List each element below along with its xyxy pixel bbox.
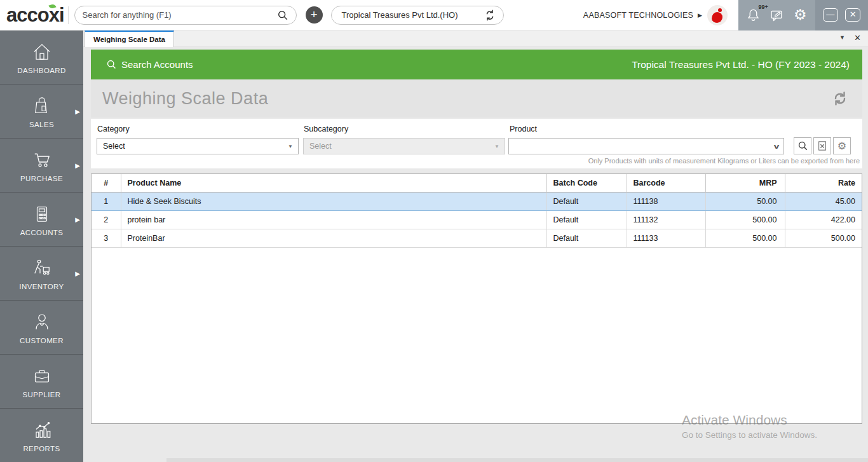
global-search-input[interactable]: [83, 10, 277, 20]
notifications-button[interactable]: 99+: [745, 7, 762, 24]
icon-tray: 99+ ⚙: [738, 0, 815, 31]
company-selector-label: Tropical Treasures Pvt Ltd.(HO): [342, 10, 484, 20]
sidebar-item-customer[interactable]: CUSTOMER: [0, 301, 83, 355]
footer-bar: Powered by Accoxi - 2.0.13 © 2018-2024 F…: [166, 458, 868, 462]
table-body: 1 Hide & Seek Biscuits Default 111138 50…: [92, 193, 862, 248]
sidebar-item-accounts[interactable]: ACCOUNTS ▶: [0, 193, 83, 247]
sidebar-item-reports[interactable]: REPORTS: [0, 409, 83, 462]
bar-chart-icon: [29, 419, 55, 442]
active-company-info: Tropical Treasures Pvt Ltd. - HO (FY 202…: [632, 59, 850, 71]
page-title-bar: Weighing Scale Data: [91, 79, 862, 118]
switch-company-icon[interactable]: [484, 10, 496, 21]
sidebar-item-label: SUPPLIER: [22, 391, 60, 398]
table-row[interactable]: 3 ProteinBar Default 111133 500.00 500.0…: [92, 229, 862, 248]
product-search-button[interactable]: [794, 137, 811, 154]
cell-batch-code: Default: [546, 193, 627, 211]
category-select[interactable]: Select ▼: [97, 138, 299, 154]
excel-export-button[interactable]: [813, 137, 831, 154]
cell-barcode: 111138: [627, 193, 705, 211]
module-header-bar: Search Accounts Tropical Treasures Pvt L…: [91, 50, 862, 79]
col-header-product-name[interactable]: Product Name: [121, 174, 546, 193]
cell-mrp: 500.00: [705, 211, 785, 229]
app-window: accoxi + Tropical Treasures Pvt Ltd.(HO)…: [0, 0, 868, 462]
panel-area: Search Accounts Tropical Treasures Pvt L…: [91, 47, 862, 424]
company-selector[interactable]: Tropical Treasures Pvt Ltd.(HO): [331, 6, 504, 25]
gear-icon: ⚙: [794, 8, 807, 22]
export-settings-button[interactable]: ⚙: [833, 137, 851, 154]
chevron-right-icon: ▶: [75, 270, 80, 277]
briefcase-icon: [29, 365, 55, 388]
product-combo[interactable]: v: [508, 138, 784, 154]
search-accounts-button[interactable]: Search Accounts: [106, 59, 193, 70]
sidebar-item-label: ACCOUNTS: [20, 229, 64, 236]
sidebar-item-sales[interactable]: SALES ▶: [0, 85, 83, 139]
search-icon[interactable]: [277, 10, 288, 21]
global-search[interactable]: [74, 6, 297, 25]
accoxi-logo: accoxi: [6, 0, 64, 31]
chevron-right-icon: ▶: [75, 216, 80, 223]
shopping-bag-icon: [29, 95, 55, 118]
cell-num: 3: [92, 229, 121, 248]
tab-label: Weighing Scale Data: [93, 36, 165, 43]
sidebar-nav: DASHBOARD SALES ▶ PURCHASE ▶ ACCOUNTS ▶ …: [0, 31, 83, 462]
chevron-right-icon: ▶: [75, 162, 80, 169]
page-title: Weighing Scale Data: [102, 89, 268, 109]
sidebar-item-label: PURCHASE: [20, 175, 63, 182]
tab-close-icon[interactable]: ✕: [854, 33, 861, 43]
col-header-batch-code[interactable]: Batch Code: [546, 174, 627, 193]
tab-bar: Weighing Scale Data ▼ ✕: [83, 31, 868, 47]
cell-rate: 500.00: [785, 229, 862, 248]
col-header-mrp[interactable]: MRP: [705, 174, 785, 193]
content-area: Weighing Scale Data ▼ ✕ Search Accounts …: [83, 31, 868, 462]
cell-rate: 45.00: [785, 193, 862, 211]
sidebar-item-inventory[interactable]: INVENTORY ▶: [0, 247, 83, 301]
cell-batch-code: Default: [546, 211, 627, 229]
gear-icon: ⚙: [837, 141, 846, 151]
sidebar-item-purchase[interactable]: PURCHASE ▶: [0, 139, 83, 193]
shopping-cart-icon: [29, 149, 55, 172]
cell-product-name: Hide & Seek Biscuits: [121, 193, 546, 211]
filter-panel: Category Select ▼ Subcategory Select ▼ P…: [91, 119, 862, 168]
refresh-icon: [831, 89, 850, 108]
add-new-button[interactable]: +: [306, 6, 323, 24]
sidebar-item-label: SALES: [29, 121, 54, 128]
subcategory-label: Subcategory: [304, 125, 348, 133]
minimize-button[interactable]: —: [823, 8, 838, 22]
col-header-rate[interactable]: Rate: [785, 174, 862, 193]
search-icon: [797, 140, 808, 151]
export-note: Only Products with units of measurement …: [588, 157, 860, 165]
sidebar-item-supplier[interactable]: SUPPLIER: [0, 355, 83, 409]
inventory-trolley-icon: [29, 257, 55, 280]
refresh-button[interactable]: [831, 89, 850, 108]
col-header-num[interactable]: #: [92, 174, 121, 193]
excel-file-icon: [817, 140, 827, 151]
notification-badge: 99+: [758, 4, 768, 10]
combo-chevron-icon: v: [774, 142, 780, 150]
col-header-barcode[interactable]: Barcode: [627, 174, 705, 193]
cell-mrp: 500.00: [705, 229, 785, 248]
messages-button[interactable]: [769, 7, 785, 24]
table-row[interactable]: 2 protein bar Default 111132 500.00 422.…: [92, 211, 862, 229]
account-caret-icon: ▶: [698, 12, 702, 18]
cell-barcode: 111133: [627, 229, 705, 248]
sidebar-item-label: INVENTORY: [19, 283, 64, 290]
logo-divider: [68, 6, 69, 24]
tab-list-dropdown-icon[interactable]: ▼: [839, 34, 845, 41]
user-avatar[interactable]: [707, 5, 728, 25]
product-label: Product: [510, 125, 537, 133]
sidebar-item-dashboard[interactable]: DASHBOARD: [0, 31, 83, 85]
window-controls: — ✕: [815, 0, 868, 31]
home-icon: [29, 41, 55, 64]
table-row[interactable]: 1 Hide & Seek Biscuits Default 111138 50…: [92, 193, 862, 211]
cell-mrp: 50.00: [705, 193, 785, 211]
dropdown-arrow-icon: ▼: [288, 144, 293, 149]
tab-weighing-scale-data[interactable]: Weighing Scale Data: [85, 31, 174, 47]
cell-batch-code: Default: [546, 229, 627, 248]
subcategory-select: Select ▼: [303, 138, 505, 154]
account-name[interactable]: AABASOFT TECHNOLOGIES: [583, 11, 693, 20]
close-button[interactable]: ✕: [845, 8, 860, 22]
cell-product-name: protein bar: [121, 211, 546, 229]
cell-num: 1: [92, 193, 121, 211]
settings-button[interactable]: ⚙: [792, 7, 808, 24]
person-icon: [29, 311, 55, 334]
